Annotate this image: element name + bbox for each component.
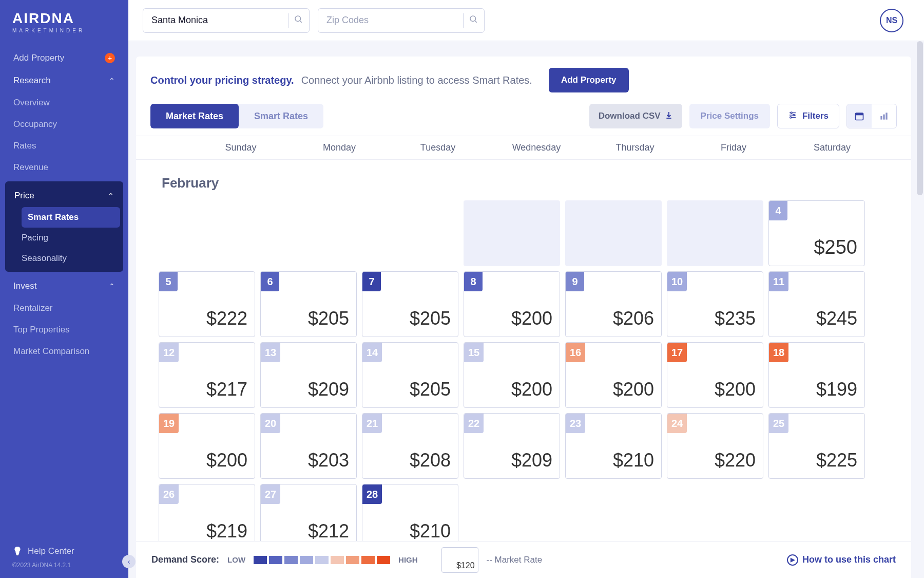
calendar-day-cell[interactable]: 17$200 [667,342,763,408]
price-section: Price ⌃ Smart Rates Pacing Seasonality [5,181,123,272]
legend-swatch [254,556,267,564]
day-price: $245 [816,308,857,329]
calendar-day-cell[interactable]: 19$200 [159,413,255,479]
day-number-badge: 7 [362,272,381,291]
chevron-up-icon: ⌃ [109,77,115,85]
svg-line-1 [300,21,301,22]
calendar-day-cell[interactable]: 14$205 [362,342,458,408]
legend-low: LOW [227,555,245,564]
calendar-day-cell[interactable]: 5$222 [159,271,255,337]
svg-rect-11 [856,113,863,115]
search-icon[interactable] [294,14,303,26]
day-number-badge: 20 [261,414,280,433]
legend-bar: Demand Score: LOW HIGH $120 -- Market Ra… [136,541,911,578]
add-property-label: Add Property [13,53,64,63]
day-number-badge: 8 [464,272,483,291]
svg-point-7 [791,112,792,114]
day-number-badge: 5 [159,272,178,291]
zip-search[interactable] [318,8,485,33]
add-property-button[interactable]: Add Property [549,68,629,92]
calendar-day-cell[interactable]: 11$245 [768,271,865,337]
calendar-day-cell[interactable]: 6$205 [260,271,357,337]
calendar-empty-cell [464,200,560,266]
play-icon: ▶ [787,554,798,566]
sidebar-item-top-properties[interactable]: Top Properties [13,319,128,341]
calendar-day-cell[interactable]: 20$203 [260,413,357,479]
day-number-badge: 25 [769,414,788,433]
calendar-day-cell[interactable]: 9$206 [565,271,662,337]
download-csv-button[interactable]: Download CSV [589,104,682,128]
chevron-left-icon: ‹ [128,557,130,566]
day-price: $235 [715,308,756,329]
sidebar-item-smart-rates[interactable]: Smart Rates [22,207,120,228]
price-section-header[interactable]: Price ⌃ [5,184,123,207]
day-number-badge: 22 [464,414,484,433]
market-search[interactable] [143,8,310,33]
filters-button[interactable]: Filters [777,104,839,128]
calendar-day-cell[interactable]: 13$209 [260,342,357,408]
tab-smart-rates[interactable]: Smart Rates [239,104,323,128]
calendar-day-cell[interactable]: 25$225 [768,413,865,479]
weekday-wednesday: Wednesday [487,142,586,153]
calendar-day-cell[interactable]: 10$235 [667,271,763,337]
research-section[interactable]: Research ⌃ [0,69,128,92]
weekday-friday: Friday [684,142,783,153]
day-number-badge: 9 [566,272,584,291]
chart-view-button[interactable] [872,104,896,128]
calendar-day-cell[interactable]: 27$212 [260,484,357,550]
invest-section[interactable]: Invest ⌃ [0,275,128,297]
svg-point-0 [295,16,301,22]
sidebar-item-occupancy[interactable]: Occupancy [13,114,128,135]
day-price: $210 [613,450,654,471]
sidebar-item-market-comparison[interactable]: Market Comparison [13,341,128,362]
sidebar-item-seasonality[interactable]: Seasonality [18,248,123,269]
calendar-day-cell[interactable]: 7$205 [362,271,458,337]
day-number-badge: 28 [362,484,382,504]
market-search-input[interactable] [151,15,283,26]
svg-point-9 [790,117,792,118]
calendar-day-cell[interactable]: 8$200 [464,271,560,337]
invest-subnav: Rentalizer Top Properties Market Compari… [0,297,128,362]
price-settings-button[interactable]: Price Settings [689,104,770,128]
sidebar-item-rentalizer[interactable]: Rentalizer [13,297,128,319]
main-panel: Control your pricing strategy. Connect y… [136,57,911,555]
calendar-day-cell[interactable]: 28$210 [362,484,458,550]
collapse-sidebar-button[interactable]: ‹ [122,555,136,568]
legend-swatch [346,556,359,564]
day-number-badge: 4 [769,201,787,220]
price-subnav: Smart Rates Pacing Seasonality [5,207,123,269]
calendar-view-button[interactable] [847,104,872,128]
day-price: $206 [613,308,654,329]
weekday-header: Sunday Monday Tuesday Wednesday Thursday… [136,136,911,160]
calendar-day-cell[interactable]: 21$208 [362,413,458,479]
weekday-thursday: Thursday [586,142,684,153]
user-avatar[interactable]: NS [880,9,903,32]
calendar-day-cell[interactable]: 15$200 [464,342,560,408]
help-center-link[interactable]: Help Center [12,541,116,562]
add-property-nav[interactable]: Add Property + [0,47,128,69]
calendar-day-cell[interactable]: 12$217 [159,342,255,408]
day-number-badge: 23 [566,414,585,433]
sidebar-item-revenue[interactable]: Revenue [13,157,128,178]
scrollbar[interactable] [917,41,923,195]
svg-point-2 [470,16,476,22]
how-to-use-link[interactable]: ▶ How to use this chart [787,554,896,566]
calendar-day-cell[interactable]: 24$220 [667,413,763,479]
calendar-day-cell[interactable]: 23$210 [565,413,662,479]
sidebar-item-rates[interactable]: Rates [13,135,128,157]
search-icon[interactable] [469,14,478,26]
calendar-day-cell[interactable]: 22$209 [464,413,560,479]
legend-swatch [331,556,344,564]
svg-rect-14 [886,113,887,119]
zip-search-input[interactable] [326,15,458,26]
sidebar-item-overview[interactable]: Overview [13,92,128,114]
weekday-sunday: Sunday [191,142,290,153]
tab-market-rates[interactable]: Market Rates [150,104,239,128]
calendar-day-cell[interactable]: 16$200 [565,342,662,408]
calendar-day-cell[interactable]: 4$250 [768,200,865,266]
calendar-day-cell[interactable]: 26$219 [159,484,255,550]
legend-sample-label: -- Market Rate [487,555,543,565]
calendar-day-cell[interactable]: 18$199 [768,342,865,408]
sidebar-item-pacing[interactable]: Pacing [18,228,123,248]
day-number-badge: 15 [464,343,484,362]
